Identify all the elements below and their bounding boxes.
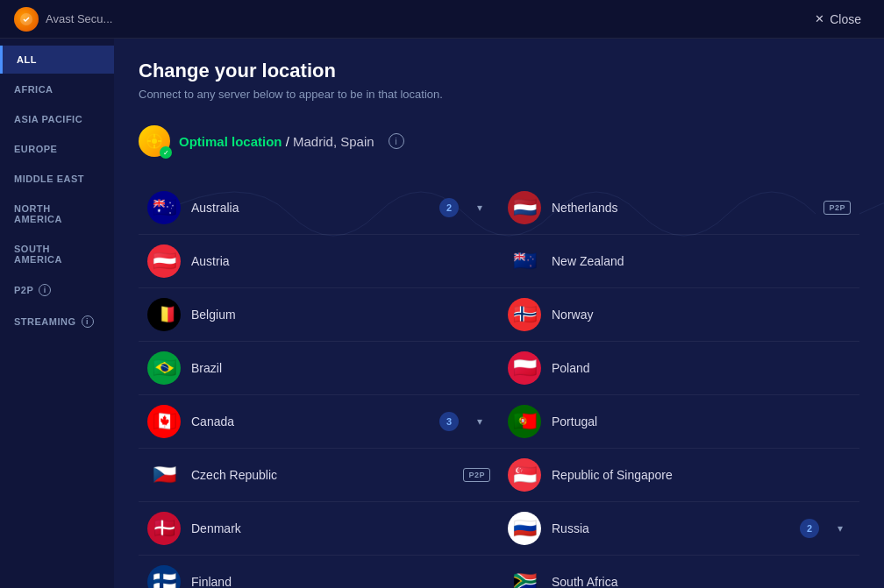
content-area: Change your location Connect to any serv… (114, 39, 884, 588)
flag-belgium: 🇧🇪 (147, 298, 181, 331)
right-column: 🇳🇱 Netherlands P2P 🇳🇿 New Zealand 🇳🇴 Nor… (499, 181, 859, 588)
country-item-belgium[interactable]: 🇧🇪 Belgium (139, 288, 499, 342)
country-item-brazil[interactable]: 🇧🇷 Brazil (139, 342, 499, 395)
country-item-austria[interactable]: 🇦🇹 Austria (139, 235, 499, 288)
country-name-norway: Norway (552, 308, 851, 322)
optimal-icon: ✓ (139, 125, 170, 157)
left-column: 🇦🇺 Australia 2▾ 🇦🇹 Austria 🇧🇪 Belgium 🇧🇷… (139, 181, 499, 588)
sidebar-item-asia-pacific[interactable]: ASIA PACIFIC (0, 105, 114, 133)
expand-chevron-russia[interactable]: ▾ (830, 518, 851, 539)
main-layout: ALLAFRICAASIA PACIFICEUROPEMIDDLE EASTNO… (0, 39, 884, 588)
flag-netherlands: 🇳🇱 (508, 191, 541, 224)
page-subtitle: Connect to any server below to appear to… (139, 88, 859, 101)
country-name-new-zealand: New Zealand (552, 254, 851, 268)
sidebar-label: MIDDLE EAST (14, 174, 84, 184)
flag-singapore: 🇸🇬 (508, 458, 541, 492)
svg-point-2 (152, 138, 157, 144)
server-count-badge-australia: 2 (439, 198, 459, 217)
country-item-netherlands[interactable]: 🇳🇱 Netherlands P2P (499, 181, 859, 235)
country-item-poland[interactable]: 🇵🇱 Poland (499, 342, 859, 395)
country-name-canada: Canada (191, 414, 429, 429)
flag-new-zealand: 🇳🇿 (508, 244, 541, 278)
sidebar-item-all[interactable]: ALL (0, 46, 114, 74)
sidebar-label: EUROPE (14, 144, 57, 154)
server-count-badge-russia: 2 (800, 519, 819, 538)
optimal-label: Optimal location (179, 134, 282, 149)
app-logo (14, 7, 39, 32)
country-name-netherlands: Netherlands (552, 201, 813, 215)
country-item-portugal[interactable]: 🇵🇹 Portugal (499, 395, 859, 449)
country-name-russia: Russia (552, 521, 789, 535)
expand-chevron-australia[interactable]: ▾ (469, 197, 490, 218)
close-icon: ✕ (815, 12, 824, 25)
sidebar-item-streaming[interactable]: STREAMINGi (0, 307, 114, 337)
flag-brazil: 🇧🇷 (147, 351, 181, 385)
country-item-denmark[interactable]: 🇩🇰 Denmark (139, 502, 499, 556)
country-item-south-africa[interactable]: 🇿🇦 South Africa (499, 556, 859, 588)
sidebar: ALLAFRICAASIA PACIFICEUROPEMIDDLE EASTNO… (0, 39, 114, 588)
country-item-norway[interactable]: 🇳🇴 Norway (499, 288, 859, 342)
country-name-czech-republic: Czech Republic (191, 468, 453, 482)
flag-canada: 🇨🇦 (147, 405, 181, 438)
page-title: Change your location (139, 60, 859, 82)
sidebar-label: ALL (17, 54, 37, 65)
sidebar-item-africa[interactable]: AFRICA (0, 75, 114, 103)
country-item-australia[interactable]: 🇦🇺 Australia 2▾ (139, 181, 499, 235)
p2p-badge-czech-republic: P2P (463, 468, 490, 482)
countries-grid: 🇦🇺 Australia 2▾ 🇦🇹 Austria 🇧🇪 Belgium 🇧🇷… (139, 181, 859, 588)
country-name-singapore: Republic of Singapore (552, 468, 851, 482)
country-name-portugal: Portugal (552, 414, 851, 429)
country-item-canada[interactable]: 🇨🇦 Canada 3▾ (139, 395, 499, 449)
flag-denmark: 🇩🇰 (147, 512, 181, 545)
flag-austria: 🇦🇹 (147, 244, 181, 278)
country-name-austria: Austria (191, 254, 490, 268)
country-name-australia: Australia (191, 201, 429, 215)
optimal-text: Optimal location / Madrid, Spain (179, 134, 374, 149)
optimal-location[interactable]: ✓ Optimal location / Madrid, Spain i (139, 122, 859, 160)
p2p-badge-netherlands: P2P (823, 201, 851, 215)
title-bar: Avast Secu... ✕ Close (0, 0, 884, 39)
flag-portugal: 🇵🇹 (508, 405, 541, 438)
check-badge: ✓ (160, 146, 172, 159)
country-name-denmark: Denmark (191, 521, 490, 535)
flag-poland: 🇵🇱 (508, 351, 541, 385)
optimal-info-icon[interactable]: i (389, 133, 404, 149)
sidebar-item-europe[interactable]: EUROPE (0, 135, 114, 163)
close-button[interactable]: ✕ Close (806, 9, 870, 30)
country-name-brazil: Brazil (191, 361, 490, 375)
optimal-location-text: Madrid, Spain (293, 134, 374, 149)
sidebar-label: NORTH AMERICA (14, 203, 100, 224)
flag-finland: 🇫🇮 (147, 565, 181, 588)
country-item-singapore[interactable]: 🇸🇬 Republic of Singapore (499, 449, 859, 502)
sidebar-item-p2p[interactable]: P2Pi (0, 275, 114, 305)
info-icon: i (39, 284, 51, 296)
country-name-belgium: Belgium (191, 308, 490, 322)
flag-south-africa: 🇿🇦 (508, 565, 541, 588)
close-label: Close (830, 12, 861, 26)
sidebar-label: AFRICA (14, 84, 53, 95)
country-item-russia[interactable]: 🇷🇺 Russia 2▾ (499, 502, 859, 556)
country-item-new-zealand[interactable]: 🇳🇿 New Zealand (499, 235, 859, 288)
country-name-south-africa: South Africa (552, 575, 851, 588)
server-count-badge-canada: 3 (439, 412, 459, 431)
country-item-finland[interactable]: 🇫🇮 Finland (139, 556, 499, 588)
country-name-poland: Poland (552, 361, 851, 375)
sidebar-label: STREAMING (14, 316, 76, 327)
sidebar-label: ASIA PACIFIC (14, 114, 82, 124)
country-item-czech-republic[interactable]: 🇨🇿 Czech Republic P2P (139, 449, 499, 502)
sidebar-item-north-america[interactable]: NORTH AMERICA (0, 195, 114, 233)
expand-chevron-canada[interactable]: ▾ (469, 411, 490, 432)
flag-czech-republic: 🇨🇿 (147, 458, 181, 492)
info-icon: i (82, 315, 94, 328)
flag-russia: 🇷🇺 (508, 512, 541, 545)
sidebar-label: P2P (14, 285, 33, 295)
app-title: Avast Secu... (46, 12, 806, 25)
flag-norway: 🇳🇴 (508, 298, 541, 331)
flag-australia: 🇦🇺 (147, 191, 181, 224)
sidebar-label: SOUTH AMERICA (14, 244, 100, 265)
country-name-finland: Finland (191, 575, 490, 588)
sidebar-item-middle-east[interactable]: MIDDLE EAST (0, 165, 114, 193)
sidebar-item-south-america[interactable]: SOUTH AMERICA (0, 235, 114, 273)
optimal-separator: / (282, 134, 294, 149)
